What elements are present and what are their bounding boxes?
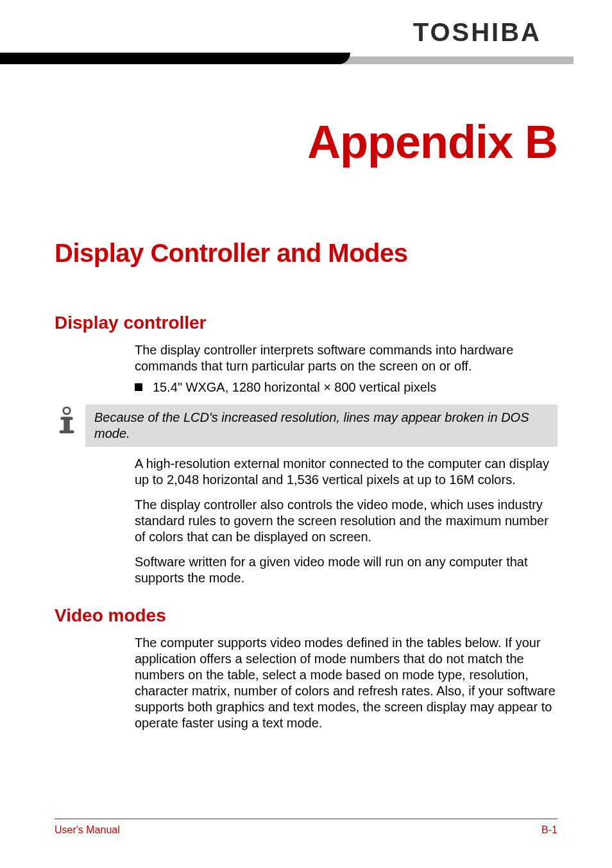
section-title: Display Controller and Modes [55,239,612,268]
appendix-title: Appendix B [0,116,612,168]
info-icon [55,406,79,438]
header-rule [0,53,574,67]
note-text: Because of the LCD's increased resolutio… [85,404,557,447]
paragraph: The display controller interprets softwa… [135,342,557,374]
paragraph: The computer supports video modes define… [135,635,557,731]
bullet-text: 15.4" WXGA, 1280 horizontal × 800 vertic… [153,379,436,395]
svg-point-0 [64,408,70,414]
square-bullet-icon [135,383,142,391]
page-header: TOSHIBA [0,0,612,71]
paragraph: A high-resolution external monitor conne… [135,456,557,488]
bullet-item: 15.4" WXGA, 1280 horizontal × 800 vertic… [135,379,557,395]
paragraph: The display controller also controls the… [135,497,557,545]
footer-left: User's Manual [55,824,120,836]
svg-rect-3 [60,430,74,433]
svg-rect-2 [64,417,70,431]
heading-display-controller: Display controller [55,313,612,333]
page-footer: User's Manual B-1 [55,819,557,836]
brand-logo: TOSHIBA [413,18,541,47]
paragraph: Software written for a given video mode … [135,554,557,586]
footer-right: B-1 [541,824,557,836]
heading-video-modes: Video modes [55,605,612,626]
note-callout: Because of the LCD's increased resolutio… [55,404,557,447]
